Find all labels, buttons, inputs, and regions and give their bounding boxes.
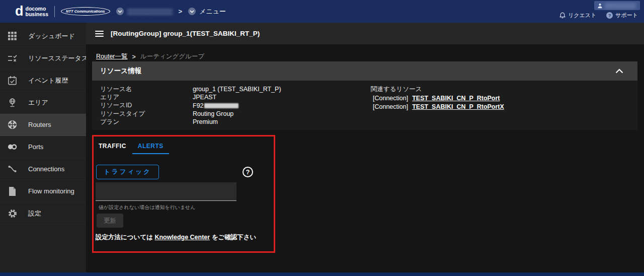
topbar-separator: > bbox=[179, 8, 183, 15]
sidebar: ダッシュボード リソースステータス イベント履歴 エリア Routers Por… bbox=[0, 23, 86, 272]
help-question-icon[interactable]: ? bbox=[243, 167, 253, 177]
redacted-user-name: ▒▒▒▒▒▒▒▒▒▒ bbox=[605, 3, 635, 9]
router-hub-icon bbox=[8, 120, 17, 129]
field-resource-name: リソース名 group_1 (TEST_SABIKI_RT_P) bbox=[100, 85, 281, 93]
connection-link-rtoportx[interactable]: TEST_SABIKI_CN_P_RtoPortX bbox=[412, 103, 504, 110]
sidebar-item-flow-monitoring[interactable]: Flow monitoring bbox=[0, 180, 86, 202]
sidebar-item-connections[interactable]: Connections bbox=[0, 158, 86, 180]
main-content: [RoutingGroup] group_1(TEST_SABIKI_RT_P)… bbox=[86, 23, 644, 272]
logo-text-business: business bbox=[26, 12, 49, 17]
top-navigation-bar: d docomo business NTT Communications ▒▒▒… bbox=[0, 0, 644, 23]
connection-link-rtoport[interactable]: TEST_SABIKI_CN_P_RtoPort bbox=[412, 95, 500, 102]
logo-text-docomo: docomo bbox=[26, 6, 49, 12]
document-icon bbox=[8, 186, 17, 196]
alerts-section-highlighted: TRAFFIC ALERTS トラフィック ? 値が設定されない場合は通知を行い… bbox=[92, 135, 275, 253]
resource-info-title: リソース情報 bbox=[100, 66, 141, 76]
menu-label: メニュー bbox=[199, 7, 226, 16]
traffic-toggle-button[interactable]: トラフィック bbox=[96, 165, 159, 179]
knowledge-center-link[interactable]: Knowledge Center bbox=[154, 234, 210, 241]
grid-icon bbox=[8, 31, 17, 41]
field-resource-type: リソースタイプ Routing Group bbox=[100, 110, 281, 118]
alert-threshold-input[interactable] bbox=[96, 182, 236, 201]
breadcrumb-separator: > bbox=[132, 53, 136, 60]
field-plan: プラン Premium bbox=[100, 118, 281, 126]
breadcrumb-router-list-link[interactable]: Router一覧 bbox=[96, 52, 128, 61]
sidebar-item-ports[interactable]: Ports bbox=[0, 136, 86, 158]
calendar-check-icon bbox=[8, 76, 17, 85]
docomo-business-logo: d docomo business bbox=[15, 5, 48, 18]
menu-dropdown[interactable]: メニュー bbox=[188, 7, 226, 16]
ports-icon bbox=[8, 142, 17, 152]
page-title-bar: [RoutingGroup] group_1(TEST_SABIKI_RT_P) bbox=[86, 23, 644, 44]
sidebar-item-label: リソースステータス bbox=[28, 54, 88, 63]
resource-fields: リソース名 group_1 (TEST_SABIKI_RT_P) エリア JPE… bbox=[100, 85, 281, 126]
connection-curve-icon bbox=[8, 164, 17, 174]
globe-stand-icon bbox=[8, 98, 17, 107]
collapse-chevron-up-icon[interactable] bbox=[615, 68, 623, 74]
tenant-dropdown[interactable]: ▒▒▒▒▒▒▒▒▒▒▒▒ bbox=[116, 8, 173, 15]
support-label: サポート bbox=[615, 12, 638, 19]
logo-divider bbox=[54, 6, 55, 17]
redacted-resource-id bbox=[204, 103, 238, 108]
chevron-down-icon bbox=[116, 8, 124, 15]
traffic-alerts-tabs: TRAFFIC ALERTS bbox=[99, 143, 169, 154]
chevron-down-icon bbox=[188, 8, 196, 15]
related-resources-title: 関連するリソース bbox=[371, 85, 504, 94]
sidebar-item-event-history[interactable]: イベント履歴 bbox=[0, 70, 86, 92]
sidebar-item-resource-status[interactable]: リソースステータス bbox=[0, 47, 86, 70]
support-link[interactable]: ? サポート bbox=[606, 12, 638, 19]
sidebar-item-label: ダッシュボード bbox=[28, 32, 75, 41]
breadcrumb: Router一覧 > ルーティンググループ bbox=[96, 52, 644, 61]
brand-cluster: d docomo business NTT Communications ▒▒▒… bbox=[15, 0, 226, 23]
page-title: [RoutingGroup] group_1(TEST_SABIKI_RT_P) bbox=[111, 30, 260, 37]
rule-check-icon bbox=[8, 53, 17, 63]
resource-info-panel: リソース情報 リソース名 group_1 (TEST_SABIKI_RT_P) … bbox=[92, 61, 637, 130]
ntt-communications-logo: NTT Communications bbox=[61, 7, 110, 16]
bell-icon bbox=[559, 12, 566, 19]
sidebar-item-settings[interactable]: 設定 bbox=[0, 202, 86, 225]
person-icon bbox=[597, 3, 603, 9]
sidebar-item-label: 設定 bbox=[28, 209, 41, 218]
sidebar-item-label: Routers bbox=[28, 121, 51, 128]
question-circle-icon: ? bbox=[606, 12, 613, 19]
alert-helper-text: 値が設定されない場合は通知を行いません bbox=[99, 204, 196, 211]
field-resource-id: リソースID F92 bbox=[100, 102, 281, 110]
gear-icon bbox=[8, 209, 17, 218]
related-resources: 関連するリソース [Connection] TEST_SABIKI_CN_P_R… bbox=[371, 85, 504, 111]
field-area: エリア JPEAST bbox=[100, 93, 281, 101]
hamburger-menu-icon[interactable] bbox=[95, 31, 104, 37]
tab-traffic[interactable]: TRAFFIC bbox=[99, 143, 126, 154]
related-resource-row: [Connection] TEST_SABIKI_CN_P_RtoPortX bbox=[371, 103, 504, 111]
redacted-tenant-name: ▒▒▒▒▒▒▒▒▒▒▒▒ bbox=[127, 8, 173, 15]
user-account-chip[interactable]: ▒▒▒▒▒▒▒▒▒▒ bbox=[594, 1, 640, 10]
docomo-d-icon: d bbox=[15, 5, 24, 18]
footer-strip bbox=[0, 272, 644, 276]
sidebar-item-label: イベント履歴 bbox=[28, 76, 68, 85]
sidebar-item-label: エリア bbox=[28, 98, 48, 107]
sidebar-item-label: Ports bbox=[28, 143, 43, 151]
resource-info-header: リソース情報 bbox=[92, 61, 637, 81]
update-button[interactable]: 更新 bbox=[97, 214, 123, 228]
sidebar-item-label: Connections bbox=[28, 165, 64, 173]
related-resource-row: [Connection] TEST_SABIKI_CN_P_RtoPort bbox=[371, 94, 504, 103]
request-label: リクエスト bbox=[568, 12, 596, 19]
sidebar-item-label: Flow monitoring bbox=[28, 187, 74, 195]
sidebar-item-area[interactable]: エリア bbox=[0, 92, 86, 114]
sidebar-item-dashboard[interactable]: ダッシュボード bbox=[0, 25, 86, 47]
request-link[interactable]: リクエスト bbox=[559, 12, 596, 19]
breadcrumb-current: ルーティンググループ bbox=[140, 52, 204, 61]
resource-info-body: リソース名 group_1 (TEST_SABIKI_RT_P) エリア JPE… bbox=[92, 81, 637, 130]
sidebar-item-routers[interactable]: Routers bbox=[0, 114, 86, 136]
tab-alerts[interactable]: ALERTS bbox=[132, 143, 169, 154]
knowledge-center-note: 設定方法については Knowledge Center をご確認下さい bbox=[96, 233, 256, 242]
